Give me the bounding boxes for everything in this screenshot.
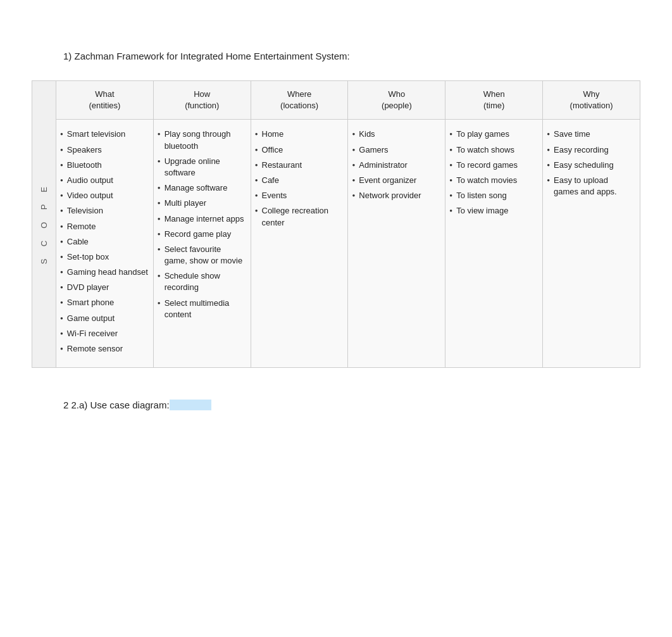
list-item: Gaming head handset (60, 267, 148, 278)
list-item: Cable (60, 236, 148, 248)
col-list-4: To play gamesTo watch showsTo record gam… (449, 129, 537, 217)
list-item: Easy to upload games and apps. (547, 175, 635, 198)
list-item: Select multimedia content (158, 298, 246, 320)
list-item: Set-top box (60, 251, 148, 263)
list-item: To play games (449, 129, 537, 140)
col-body-5: Save timeEasy recordingEasy schedulingEa… (543, 120, 640, 367)
list-item: To watch shows (449, 144, 537, 156)
col-body-0: Smart televisionSpeakersBluetoothAudio o… (56, 120, 153, 367)
col-list-0: Smart televisionSpeakersBluetoothAudio o… (60, 129, 148, 355)
list-item: Manage software (158, 182, 246, 194)
list-item: Kids (352, 129, 440, 140)
list-item: Manage internet apps (158, 213, 246, 225)
col-list-2: HomeOfficeRestaurantCafeEventsCollege re… (255, 129, 343, 228)
col-body-3: KidsGamersAdministratorEvent organizerNe… (348, 120, 445, 367)
list-item: Office (255, 144, 343, 156)
list-item: Home (255, 129, 343, 140)
list-item: Smart television (60, 129, 148, 140)
list-item: Schedule show recording (158, 270, 246, 293)
list-item: To watch movies (449, 175, 537, 186)
list-item: Restaurant (255, 160, 343, 171)
list-item: To view image (449, 205, 537, 217)
list-item: Video output (60, 190, 148, 201)
list-item: Remote sensor (60, 343, 148, 355)
list-item: Administrator (352, 160, 440, 171)
list-item: Bluetooth (60, 160, 148, 171)
list-item: To listen song (449, 190, 537, 201)
col-body-2: HomeOfficeRestaurantCafeEventsCollege re… (251, 120, 348, 367)
column-2: Where(locations)HomeOfficeRestaurantCafe… (251, 81, 349, 367)
column-5: Why(motivation)Save timeEasy recordingEa… (543, 81, 640, 367)
list-item: DVD player (60, 282, 148, 293)
list-item: Multi player (158, 198, 246, 209)
list-item: Gamers (352, 144, 440, 156)
col-list-3: KidsGamersAdministratorEvent organizerNe… (352, 129, 440, 201)
list-item: To record games (449, 160, 537, 171)
list-item: Save time (547, 129, 635, 140)
list-item: Cafe (255, 175, 343, 186)
list-item: Play song through bluetooth (158, 129, 246, 151)
columns-wrapper: What(entities)Smart televisionSpeakersBl… (56, 81, 640, 367)
page-title: 1) Zachman Framework for Integrated Home… (63, 51, 659, 61)
list-item: Select favourite game, show or movie (158, 244, 246, 267)
list-item: Smart phone (60, 297, 148, 308)
column-3: Who(people)KidsGamersAdministratorEvent … (348, 81, 445, 367)
list-item: Event organizer (352, 175, 440, 186)
bottom-label: 2 2.a) Use case diagram: (63, 400, 659, 410)
scope-column: S C O P E (32, 81, 56, 367)
col-list-5: Save timeEasy recordingEasy schedulingEa… (547, 129, 635, 198)
column-0: What(entities)Smart televisionSpeakersBl… (56, 81, 154, 367)
column-4: When(time)To play gamesTo watch showsTo … (445, 81, 543, 367)
list-item: Speakers (60, 144, 148, 156)
scope-label: S C O P E (39, 184, 49, 264)
col-header-5: Why(motivation) (543, 81, 640, 120)
col-body-4: To play gamesTo watch showsTo record gam… (445, 120, 542, 367)
list-item: Remote (60, 221, 148, 232)
list-item: Upgrade online software (158, 156, 246, 179)
list-item: Record game play (158, 229, 246, 240)
list-item: Network provider (352, 190, 440, 201)
list-item: College recreation center (255, 205, 343, 228)
list-item: Easy recording (547, 144, 635, 156)
col-header-0: What(entities) (56, 81, 153, 120)
list-item: Events (255, 190, 343, 201)
col-header-1: How(function) (154, 81, 251, 120)
list-item: Television (60, 205, 148, 217)
column-1: How(function)Play song through bluetooth… (154, 81, 251, 367)
col-body-1: Play song through bluetoothUpgrade onlin… (154, 120, 251, 367)
col-list-1: Play song through bluetoothUpgrade onlin… (158, 129, 246, 320)
col-header-2: Where(locations) (251, 81, 348, 120)
framework-table: S C O P E What(entities)Smart television… (32, 80, 640, 368)
list-item: Easy scheduling (547, 160, 635, 171)
list-item: Game output (60, 313, 148, 324)
list-item: Wi-Fi receiver (60, 328, 148, 339)
col-header-4: When(time) (445, 81, 542, 120)
list-item: Audio output (60, 175, 148, 186)
col-header-3: Who(people) (348, 81, 445, 120)
